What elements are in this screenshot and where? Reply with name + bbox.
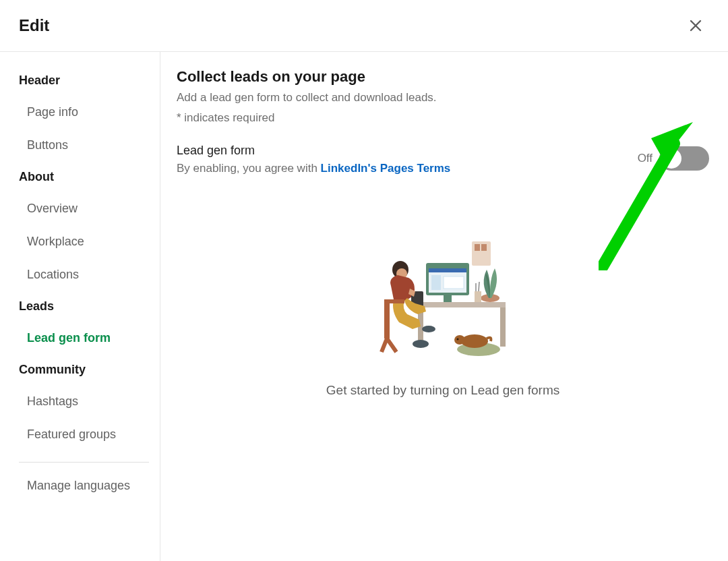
svg-rect-11: [429, 268, 466, 272]
lead-gen-form-subtext: By enabling, you agree with LinkedIn's P…: [177, 162, 624, 175]
toggle-wrap: Off: [638, 146, 709, 171]
sidebar-section-community: Community: [19, 356, 149, 384]
close-icon: [688, 18, 704, 34]
svg-rect-8: [500, 307, 506, 347]
svg-point-30: [457, 338, 459, 341]
lead-gen-toggle-text: Lead gen form By enabling, you agree wit…: [177, 144, 624, 175]
sidebar-item-locations[interactable]: Locations: [19, 260, 149, 290]
lead-gen-form-label: Lead gen form: [177, 144, 624, 158]
pages-terms-link[interactable]: LinkedIn's Pages Terms: [321, 162, 451, 175]
sidebar-item-manage-languages[interactable]: Manage languages: [19, 471, 149, 501]
svg-line-26: [387, 338, 396, 352]
toggle-state-label: Off: [638, 152, 653, 165]
lead-gen-toggle-row: Lead gen form By enabling, you agree wit…: [177, 144, 709, 175]
svg-rect-12: [431, 275, 441, 290]
sidebar-item-featured-groups[interactable]: Featured groups: [19, 419, 149, 450]
close-button[interactable]: [682, 12, 709, 39]
content-title: Collect leads on your page: [177, 68, 709, 86]
sidebar-item-overview[interactable]: Overview: [19, 194, 149, 224]
sidebar-item-workplace[interactable]: Workplace: [19, 227, 149, 257]
svg-point-29: [454, 335, 465, 345]
content-panel: Collect leads on your page Add a lead ge…: [160, 52, 728, 561]
modal-title: Edit: [19, 16, 49, 35]
svg-rect-23: [384, 301, 390, 338]
sidebar-section-leads: Leads: [19, 293, 149, 320]
svg-line-17: [479, 282, 479, 291]
empty-state-illustration: [372, 236, 514, 364]
sidebar-item-hashtags[interactable]: Hashtags: [19, 386, 149, 417]
modal-body: Header Page info Buttons About Overview …: [0, 52, 728, 561]
svg-rect-6: [418, 302, 506, 307]
sidebar: Header Page info Buttons About Overview …: [0, 52, 160, 561]
svg-rect-15: [475, 291, 481, 302]
required-indicator-note: * indicates required: [177, 111, 709, 125]
sidebar-divider: [19, 462, 149, 463]
svg-point-21: [413, 340, 429, 348]
sidebar-section-about: About: [19, 163, 149, 191]
content-description: Add a lead gen form to collect and downl…: [177, 91, 709, 105]
sidebar-item-buttons[interactable]: Buttons: [19, 130, 149, 160]
edit-modal: Edit Header Page info Buttons About Over…: [0, 0, 728, 561]
svg-point-28: [461, 334, 488, 348]
lead-gen-toggle[interactable]: [659, 146, 709, 171]
empty-state: Get started by turning on Lead gen forms: [177, 236, 709, 398]
svg-rect-24: [384, 299, 404, 303]
svg-rect-13: [444, 276, 464, 289]
terms-prefix: By enabling, you agree with: [177, 162, 321, 175]
svg-rect-14: [444, 295, 452, 302]
empty-state-text: Get started by turning on Lead gen forms: [326, 383, 559, 398]
sidebar-item-lead-gen-form[interactable]: Lead gen form: [19, 323, 149, 353]
svg-rect-4: [481, 244, 487, 251]
modal-header: Edit: [0, 0, 728, 52]
sidebar-section-header: Header: [19, 67, 149, 94]
toggle-knob: [661, 148, 681, 169]
sidebar-item-page-info[interactable]: Page info: [19, 97, 149, 127]
svg-rect-3: [475, 244, 480, 251]
svg-point-22: [422, 326, 435, 332]
